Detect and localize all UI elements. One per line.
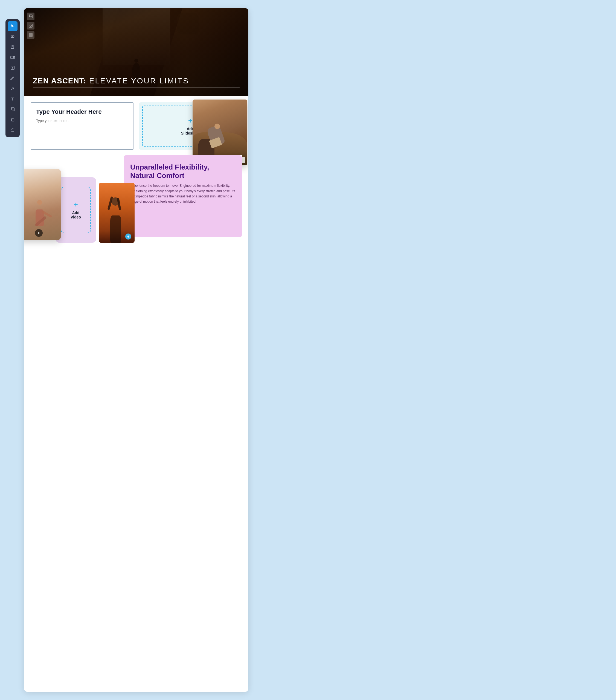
- shape-tool-button[interactable]: [8, 84, 17, 93]
- toolbar: [5, 19, 20, 137]
- hero-title-bold: ZEN ASCENT:: [33, 77, 86, 85]
- add-video-container: + AddVideo: [55, 177, 96, 243]
- text-tool-button[interactable]: [8, 94, 17, 104]
- hero-divider: [33, 88, 239, 88]
- two-col-layout: Type Your Header Here Type your text her…: [30, 102, 242, 150]
- text-block-body: Type your text here ...: [36, 119, 128, 123]
- svg-rect-12: [12, 119, 14, 121]
- svg-rect-17: [29, 33, 32, 37]
- hero-section: ZEN ASCENT: ELEVATE YOUR LIMITS: [24, 8, 248, 96]
- feature-body: Experience the freedom to move. Engineer…: [130, 183, 235, 204]
- video-panel-container: ⏸: [24, 169, 61, 240]
- add-video-label: AddVideo: [71, 211, 81, 219]
- image-tool-button[interactable]: [8, 104, 17, 114]
- hero-thumb-3[interactable]: [27, 31, 35, 39]
- hero-title: ZEN ASCENT: ELEVATE YOUR LIMITS: [33, 77, 239, 85]
- svg-point-16: [30, 25, 32, 26]
- add-video-background: + AddVideo: [55, 177, 96, 243]
- hero-title-light: ELEVATE YOUR LIMITS: [86, 77, 189, 85]
- hero-thumbnails: [27, 13, 35, 39]
- link-tool-button[interactable]: [8, 32, 17, 41]
- yoga-video[interactable]: ⏸: [24, 169, 61, 240]
- photo-add-button[interactable]: +: [125, 234, 131, 239]
- svg-rect-15: [29, 24, 32, 27]
- pause-button[interactable]: ⏸: [35, 229, 43, 237]
- upload-tool-button[interactable]: [8, 63, 17, 73]
- feature-title: Unparalleled Flexibility, Natural Comfor…: [130, 163, 235, 180]
- svg-point-11: [12, 108, 12, 109]
- bottom-section: ⏸ + AddVideo: [30, 155, 242, 243]
- text-block-header: Type Your Header Here: [36, 108, 128, 115]
- plus-icon: +: [188, 117, 193, 124]
- pen-tool-button[interactable]: [8, 73, 17, 83]
- text-block[interactable]: Type Your Header Here Type your text her…: [30, 102, 134, 150]
- svg-line-0: [12, 36, 13, 37]
- content-section: Type Your Header Here Type your text her…: [24, 96, 248, 249]
- slideshow-section: + AddSlideshow: [139, 102, 242, 150]
- hero-thumb-1[interactable]: [27, 13, 35, 20]
- video-tool-button[interactable]: [8, 52, 17, 62]
- feature-section: Unparalleled Flexibility, Natural Comfor…: [124, 155, 242, 237]
- svg-rect-4: [11, 56, 14, 59]
- svg-point-14: [29, 15, 30, 16]
- hero-thumb-2[interactable]: [27, 22, 35, 29]
- canvas-area: ZEN ASCENT: ELEVATE YOUR LIMITS Type You…: [24, 8, 248, 692]
- yoga-figure: [24, 169, 61, 240]
- cursor-tool-button[interactable]: [8, 21, 17, 31]
- add-video-button[interactable]: + AddVideo: [61, 187, 91, 233]
- page-tool-button[interactable]: [8, 42, 17, 52]
- orange-photo[interactable]: +: [99, 183, 135, 243]
- plus-icon-video: +: [74, 201, 78, 208]
- hero-text-area: ZEN ASCENT: ELEVATE YOUR LIMITS: [33, 77, 239, 88]
- copy-tool-button[interactable]: [8, 115, 17, 125]
- orange-photo-container: +: [99, 183, 135, 243]
- refresh-tool-button[interactable]: [8, 125, 17, 135]
